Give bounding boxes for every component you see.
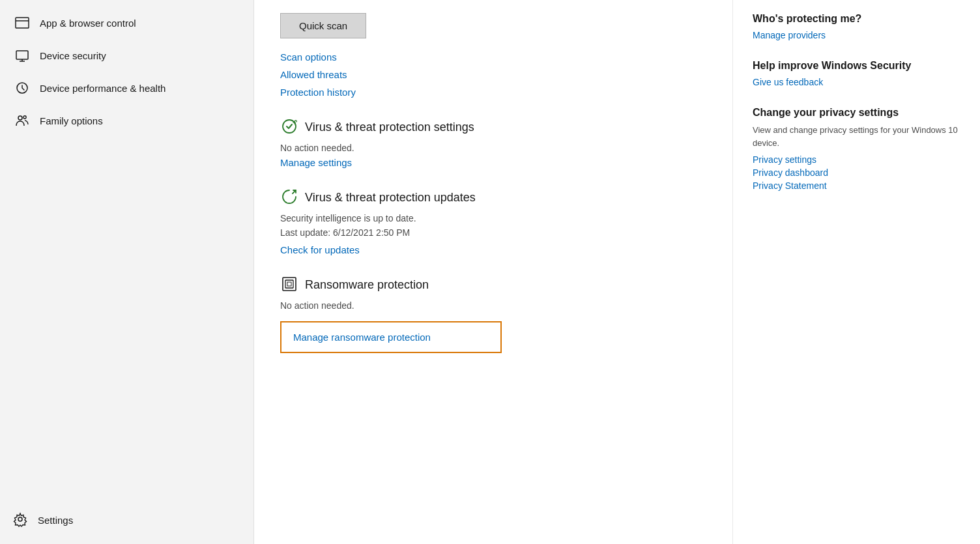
settings-label: Settings [38,515,73,526]
allowed-threats-link[interactable]: Allowed threats [280,69,706,80]
privacy-dashboard-link[interactable]: Privacy dashboard [753,167,960,178]
sidebar-item-settings[interactable]: Settings [0,503,253,537]
svg-point-7 [18,517,22,521]
svg-point-6 [23,116,26,119]
svg-rect-10 [285,280,293,288]
svg-point-5 [18,116,22,120]
sidebar-item-label: Family options [40,115,103,126]
virus-threat-updates-section: Virus & threat protection updates Securi… [280,188,706,255]
svg-rect-11 [287,282,291,286]
whos-protecting-section: Who's protecting me? Manage providers [753,13,960,40]
quick-scan-label: Quick scan [299,20,347,31]
privacy-settings-section: Change your privacy settings View and ch… [753,107,960,191]
section-detail: Last update: 6/12/2021 2:50 PM [280,227,706,238]
section-title: Virus & threat protection updates [305,191,476,205]
manage-ransomware-link[interactable]: Manage ransomware protection [293,332,431,343]
privacy-statement-link[interactable]: Privacy Statement [753,180,960,191]
app-browser-icon [15,16,29,30]
sidebar-item-family-options[interactable]: Family options [0,104,253,137]
scan-options-link[interactable]: Scan options [280,51,706,63]
ransomware-highlighted-box: Manage ransomware protection [280,321,502,353]
section-header: Virus & threat protection updates [280,188,706,208]
ransomware-icon [280,275,298,295]
sidebar-spacer [0,137,253,503]
quick-scan-button[interactable]: Quick scan [280,13,366,38]
privacy-settings-desc: View and change privacy settings for you… [753,124,960,149]
svg-rect-9 [283,278,296,291]
section-status: Security intelligence is up to date. [280,213,706,223]
family-icon [15,113,29,128]
section-header: Ransomware protection [280,275,706,295]
sidebar-item-device-performance[interactable]: Device performance & health [0,72,253,104]
section-title: Ransomware protection [305,278,429,292]
section-header: Virus & threat protection settings [280,117,706,137]
ransomware-protection-section: Ransomware protection No action needed. … [280,275,706,353]
right-panel: Who's protecting me? Manage providers He… [732,0,980,544]
virus-threat-settings-section: Virus & threat protection settings No ac… [280,117,706,168]
virus-settings-icon [280,117,298,137]
section-status: No action needed. [280,143,706,153]
manage-providers-link[interactable]: Manage providers [753,30,960,40]
scan-links: Scan options Allowed threats Protection … [280,51,706,98]
privacy-settings-title: Change your privacy settings [753,107,960,119]
protection-history-link[interactable]: Protection history [280,87,706,98]
sidebar-item-label: Device security [40,50,106,61]
sidebar-item-label: Device performance & health [40,83,166,94]
settings-icon [13,512,27,528]
virus-updates-icon [280,188,298,208]
give-feedback-link[interactable]: Give us feedback [753,77,960,87]
device-performance-icon [15,81,29,95]
sidebar-item-app-browser-control[interactable]: App & browser control [0,7,253,39]
help-improve-section: Help improve Windows Security Give us fe… [753,60,960,87]
section-status: No action needed. [280,300,706,311]
section-title: Virus & threat protection settings [305,121,474,134]
device-security-icon [15,48,29,63]
help-improve-title: Help improve Windows Security [753,60,960,72]
svg-rect-2 [16,51,28,59]
svg-rect-0 [16,18,29,28]
manage-settings-link[interactable]: Manage settings [280,157,352,168]
sidebar: App & browser control Device security De… [0,0,254,544]
main-content: Quick scan Scan options Allowed threats … [254,0,732,544]
whos-protecting-title: Who's protecting me? [753,13,960,25]
sidebar-item-device-security[interactable]: Device security [0,39,253,72]
privacy-settings-link[interactable]: Privacy settings [753,154,960,165]
sidebar-item-label: App & browser control [40,18,136,29]
check-for-updates-link[interactable]: Check for updates [280,244,360,255]
